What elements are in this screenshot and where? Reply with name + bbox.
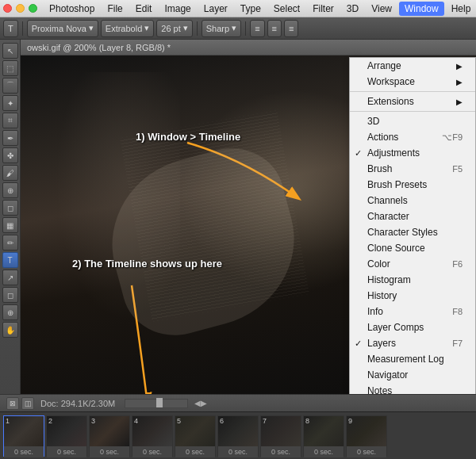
menu-item-channels[interactable]: Channels (350, 193, 475, 208)
maximize-button[interactable] (29, 4, 37, 13)
anti-alias-selector[interactable]: Sharp ▾ (202, 20, 241, 37)
frame-num-5: 5 (177, 417, 181, 425)
tool-lasso[interactable]: ⌒ (2, 78, 18, 94)
tool-clone[interactable]: ⊕ (2, 182, 18, 198)
timeline-frame-3[interactable]: 3 0 sec. (89, 415, 130, 457)
timeline-frame-9[interactable]: 9 0 sec. (346, 415, 387, 457)
menu-item-info[interactable]: Info F8 (350, 304, 475, 319)
menu-view[interactable]: View (366, 2, 397, 16)
menu-3d[interactable]: 3D (341, 2, 364, 16)
frame-label-6: 0 sec. (218, 446, 258, 457)
canvas-tab[interactable]: owski.gif @ 200% (Layer 8, RGB/8) * (21, 40, 476, 55)
timeline-frame-8[interactable]: 8 0 sec. (303, 415, 344, 457)
tool-path-select[interactable]: ↗ (2, 270, 18, 285)
timeline-frame-4[interactable]: 4 0 sec. (132, 415, 173, 457)
layers-check: ✓ (355, 339, 362, 349)
menu-select[interactable]: Select (268, 2, 305, 16)
frame-label-9: 0 sec. (347, 446, 386, 457)
frame-thumbnail-8 (304, 416, 344, 446)
playhead[interactable] (156, 398, 163, 407)
frame-label-1: 0 sec. (4, 446, 44, 457)
actions-shortcut: ⌥F9 (442, 132, 463, 143)
align-center-button[interactable]: ≡ (267, 20, 282, 37)
options-toolbar: T Proxima Nova ▾ Extrabold ▾ 26 pt ▾ Sha… (0, 17, 476, 40)
frame-thumbnail-7 (261, 416, 301, 446)
timeline-frame-7[interactable]: 7 0 sec. (260, 415, 301, 457)
frame-thumbnail-9 (347, 416, 386, 446)
menu-item-arrange-label: Arrange (367, 60, 401, 71)
align-right-button[interactable]: ≡ (284, 20, 298, 37)
timeline-frame-2[interactable]: 2 0 sec. (46, 415, 87, 457)
toolbar-divider-3 (245, 21, 246, 36)
menu-item-arrange[interactable]: Arrange ▶ (350, 58, 475, 74)
menu-item-measurement-log-label: Measurement Log (367, 354, 444, 365)
menu-item-brush[interactable]: Brush F5 (350, 161, 475, 177)
menu-edit[interactable]: Edit (130, 2, 158, 16)
tool-gradient[interactable]: ▦ (2, 217, 18, 233)
menu-item-layers[interactable]: ✓ Layers F7 (350, 335, 475, 351)
tool-eyedropper[interactable]: ✒ (2, 130, 18, 146)
timeline-frame-6[interactable]: 6 0 sec. (217, 415, 259, 457)
menu-item-character[interactable]: Character (350, 208, 475, 224)
status-icons: ⊠ ◫ (6, 397, 34, 410)
menu-item-3d[interactable]: 3D (350, 113, 475, 129)
menu-type[interactable]: Type (235, 2, 267, 16)
font-size-input[interactable]: 26 pt ▾ (156, 20, 192, 37)
frame-thumbnail-4 (132, 416, 172, 446)
tool-eraser[interactable]: ◻ (2, 200, 18, 216)
tool-pen[interactable]: ✏ (2, 235, 18, 251)
menu-item-extensions-label: Extensions (367, 96, 414, 107)
tool-type-icon: T (3, 20, 18, 37)
menu-item-history[interactable]: History (350, 288, 475, 304)
tool-brush[interactable]: 🖌 (2, 165, 18, 181)
menu-item-measurement-log[interactable]: Measurement Log (350, 351, 475, 367)
menu-item-notes[interactable]: Notes (350, 383, 475, 394)
adjustments-check: ✓ (355, 148, 362, 159)
close-button[interactable] (3, 4, 12, 13)
timeline-frame-1[interactable]: 1 0 sec. (3, 415, 44, 457)
menu-item-layers-label: Layers (367, 338, 396, 349)
menu-filter[interactable]: Filter (307, 2, 340, 16)
menu-window[interactable]: Window (399, 2, 444, 16)
tool-zoom[interactable]: ⊕ (2, 304, 18, 320)
menu-photoshop[interactable]: Photoshop (44, 2, 100, 16)
menu-item-notes-label: Notes (367, 385, 392, 394)
menu-item-actions-label: Actions (367, 132, 398, 143)
status-icon-2[interactable]: ◫ (21, 397, 34, 410)
menu-file[interactable]: File (102, 2, 128, 16)
menu-item-workspace[interactable]: Workspace ▶ (350, 74, 475, 90)
tool-shape[interactable]: ◻ (2, 287, 18, 303)
menu-image[interactable]: Image (159, 2, 196, 16)
tool-type[interactable]: T (2, 252, 18, 268)
menu-item-extensions[interactable]: Extensions ▶ (350, 94, 475, 109)
tool-wand[interactable]: ✦ (2, 95, 18, 111)
tool-marquee[interactable]: ⬚ (2, 60, 18, 76)
menu-help[interactable]: Help (446, 2, 476, 16)
tool-crop[interactable]: ⌗ (2, 113, 18, 128)
menu-item-color[interactable]: Color F6 (350, 256, 475, 272)
minimize-button[interactable] (16, 4, 25, 13)
align-left-button[interactable]: ≡ (250, 20, 264, 37)
font-family-selector[interactable]: Proxima Nova ▾ (27, 20, 98, 37)
tool-move[interactable]: ↖ (2, 43, 18, 59)
arrow-icon: ◀▶ (194, 399, 207, 407)
menu-item-character-label: Character (367, 211, 409, 222)
menu-item-actions[interactable]: Actions ⌥F9 (350, 129, 475, 145)
tool-spot-heal[interactable]: ✤ (2, 147, 18, 163)
menu-item-clone-source-label: Clone Source (367, 243, 425, 254)
frame-num-2: 2 (48, 417, 52, 425)
tool-hand[interactable]: ✋ (2, 322, 18, 338)
timeline-frame-5[interactable]: 5 0 sec. (175, 415, 216, 457)
menu-layer[interactable]: Layer (198, 2, 233, 16)
menu-item-channels-label: Channels (367, 195, 408, 206)
menu-bar: Photoshop File Edit Image Layer Type Sel… (0, 0, 476, 17)
menu-item-brush-presets[interactable]: Brush Presets (350, 177, 475, 193)
status-icon-1[interactable]: ⊠ (6, 397, 19, 410)
menu-item-character-styles[interactable]: Character Styles (350, 224, 475, 240)
menu-item-histogram[interactable]: Histogram (350, 272, 475, 288)
menu-item-layer-comps[interactable]: Layer Comps (350, 319, 475, 335)
menu-item-clone-source[interactable]: Clone Source (350, 240, 475, 256)
menu-item-adjustments[interactable]: ✓ Adjustments (350, 145, 475, 161)
menu-item-navigator[interactable]: Navigator (350, 367, 475, 383)
font-style-selector[interactable]: Extrabold ▾ (101, 20, 154, 37)
